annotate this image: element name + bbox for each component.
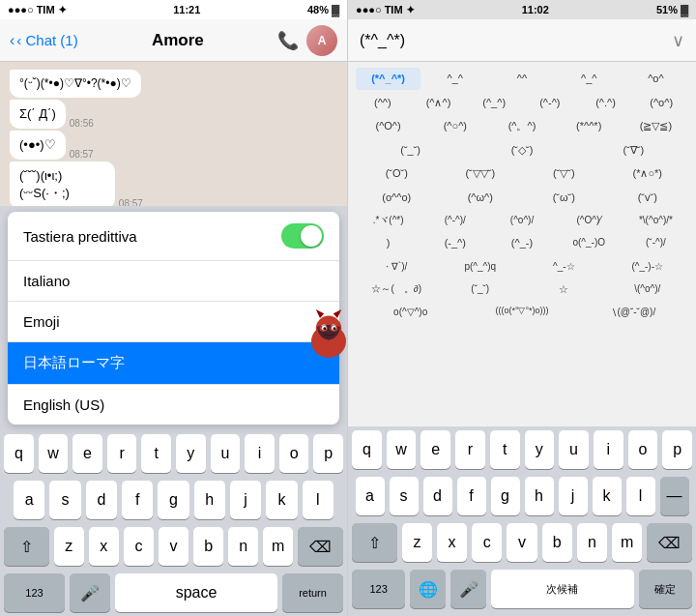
rkey-g[interactable]: g [491, 477, 520, 515]
return-key[interactable]: return [282, 573, 343, 612]
rkey-x[interactable]: x [437, 523, 467, 562]
rkey-a[interactable]: a [356, 477, 385, 515]
key-i[interactable]: i [245, 434, 275, 473]
key-a[interactable]: a [14, 481, 44, 519]
rkey-s[interactable]: s [390, 477, 419, 515]
rkey-e[interactable]: e [420, 430, 450, 469]
rkey-n[interactable]: n [577, 523, 607, 562]
key-h[interactable]: h [194, 481, 225, 519]
rkey-c[interactable]: c [472, 523, 502, 562]
key-j[interactable]: j [230, 481, 261, 519]
rkey-l[interactable]: l [626, 477, 655, 515]
key-g[interactable]: g [158, 481, 188, 519]
rkey-d[interactable]: d [423, 477, 452, 515]
japanese-option[interactable]: 日本語ローマ字 [8, 342, 339, 385]
emoji-cell[interactable]: (^_^) [467, 92, 521, 114]
emoji-cell[interactable]: (^ω^) [440, 187, 522, 209]
emoji-cell[interactable]: .*ヾ(^*) [356, 210, 420, 230]
key-d[interactable]: d [86, 481, 117, 519]
key-k[interactable]: k [266, 481, 297, 519]
emoji-cell[interactable]: \(^o^)/ [607, 279, 689, 301]
emoji-cell[interactable]: (^^) [356, 92, 410, 114]
emoji-cell[interactable]: (o^^o) [356, 187, 438, 209]
shift-key[interactable]: ⇧ [4, 527, 49, 566]
emoji-cell[interactable]: (˘-^)/ [624, 232, 688, 254]
emoji-cell[interactable]: ^_^ [422, 68, 487, 90]
emoji-cell[interactable]: (-_^) [422, 232, 487, 254]
english-option[interactable]: English (US) [8, 385, 339, 425]
emoji-cell[interactable]: ) [356, 232, 420, 254]
emoji-option[interactable]: Emoji [8, 302, 339, 342]
key-c[interactable]: c [124, 527, 154, 566]
emoji-cell[interactable]: (^-^)/ [422, 210, 487, 230]
emoji-cell[interactable]: *\(^o^)/* [624, 210, 688, 230]
rkey-k[interactable]: k [593, 477, 622, 515]
predictive-toggle[interactable] [281, 223, 324, 249]
emoji-cell[interactable]: (˘O˘) [356, 162, 438, 185]
key-t[interactable]: t [141, 434, 171, 473]
numbers-key[interactable]: 123 [4, 573, 65, 612]
key-f[interactable]: f [122, 481, 153, 519]
emoji-cell[interactable]: (^_-)-☆ [607, 256, 689, 277]
rreturn-key[interactable]: 確定 [639, 570, 692, 608]
key-n[interactable]: n [228, 527, 258, 566]
chevron-down-icon[interactable]: ∨ [672, 30, 684, 51]
emoji-cell[interactable]: (^_-) [489, 232, 554, 254]
rmic-key[interactable]: 🎤 [450, 570, 486, 608]
rkey-z[interactable]: z [402, 523, 432, 562]
rkey-t[interactable]: t [490, 430, 520, 469]
rkey-y[interactable]: y [525, 430, 555, 469]
rspace-key[interactable]: 次候補 [491, 570, 634, 608]
rkey-v[interactable]: v [507, 523, 536, 562]
key-l[interactable]: l [303, 481, 334, 519]
emoji-cell[interactable]: (˘▽▽˘) [440, 162, 522, 185]
key-y[interactable]: y [176, 434, 206, 473]
key-r[interactable]: r [107, 434, 137, 473]
emoji-cell[interactable]: ∖(@˘-˘@)/ [579, 302, 688, 322]
predictive-toggle-item[interactable]: Tastiera predittiva [8, 212, 339, 261]
emoji-cell[interactable]: ☆ [523, 279, 605, 301]
rkey-i[interactable]: i [594, 430, 624, 469]
emoji-cell[interactable]: (˘∇˘) [579, 139, 688, 161]
emoji-cell[interactable]: (^∧^) [412, 92, 466, 114]
emoji-cell[interactable]: o(^▽^)o [356, 302, 465, 322]
emoji-cell[interactable]: (˘ω˘) [523, 187, 605, 209]
key-u[interactable]: u [211, 434, 241, 473]
rglobe-key[interactable]: 🌐 [410, 570, 446, 608]
emoji-cell[interactable]: (˘_˘) [440, 279, 522, 301]
rkey-j[interactable]: j [559, 477, 588, 515]
italiano-option[interactable]: Italiano [8, 261, 339, 302]
rshift-key[interactable]: ⇧ [352, 523, 397, 562]
key-w[interactable]: w [39, 434, 69, 473]
mic-key[interactable]: 🎤 [70, 573, 110, 612]
key-m[interactable]: m [263, 527, 293, 566]
emoji-cell[interactable]: ^_^ [557, 68, 622, 90]
key-b[interactable]: b [193, 527, 223, 566]
phone-icon[interactable]: 📞 [277, 30, 299, 51]
key-e[interactable]: e [72, 434, 102, 473]
key-x[interactable]: x [89, 527, 119, 566]
rkey-dash[interactable]: — [660, 477, 689, 515]
rkey-b[interactable]: b [542, 523, 572, 562]
emoji-cell[interactable]: (^.^) [579, 92, 633, 114]
rkey-p[interactable]: p [662, 430, 692, 469]
emoji-cell[interactable]: ^o^ [624, 68, 688, 90]
emoji-cell[interactable]: ☆～(ゝ。∂) [356, 279, 438, 301]
emoji-cell[interactable]: (^o^) [634, 92, 688, 114]
key-q[interactable]: q [4, 434, 34, 473]
rkey-o[interactable]: o [628, 430, 658, 469]
emoji-cell[interactable]: (*^_^*) [356, 68, 420, 90]
back-button[interactable]: ‹ ‹ Chat (1) [10, 32, 78, 49]
emoji-cell[interactable]: (^○^) [422, 115, 487, 137]
backspace-key[interactable]: ⌫ [298, 527, 343, 566]
rnumbers-key[interactable]: 123 [352, 570, 405, 608]
emoji-cell[interactable]: (^O^)∕ [557, 210, 622, 230]
key-z[interactable]: z [54, 527, 84, 566]
key-p[interactable]: p [313, 434, 343, 473]
rkey-q[interactable]: q [352, 430, 382, 469]
emoji-cell[interactable]: (^-^) [523, 92, 577, 114]
emoji-cell[interactable]: (˘_˘) [356, 139, 465, 161]
emoji-cell[interactable]: (^O^) [356, 115, 420, 137]
emoji-cell[interactable]: (≧▽≦) [624, 115, 688, 137]
emoji-cell[interactable]: (˘v˘) [607, 187, 689, 209]
